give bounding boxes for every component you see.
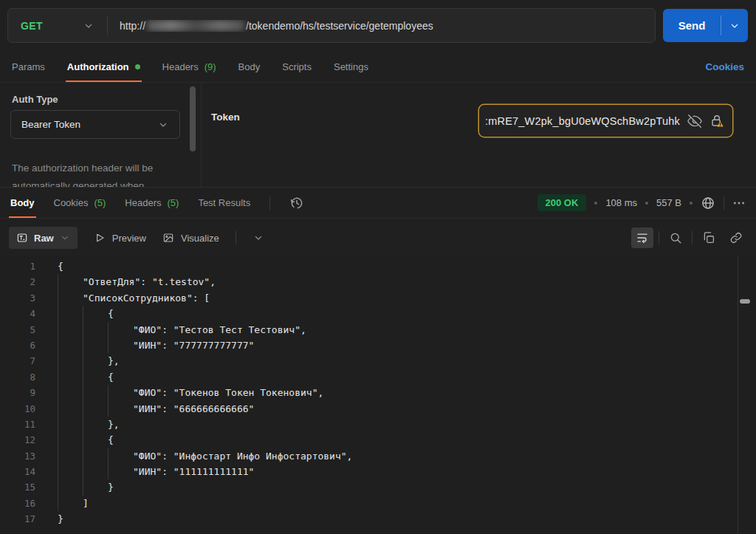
search-icon[interactable] [664, 227, 687, 248]
code-text: "ИИН": "666666666666" [133, 401, 254, 417]
code-text: "ИИН": "111111111111" [133, 464, 254, 479]
line-number: 1 [0, 259, 35, 274]
send-options-button[interactable] [721, 9, 748, 42]
tab-body[interactable]: Body [238, 52, 261, 82]
response-tab-bar: Body Cookies (5) Headers (5) Test Result… [0, 187, 756, 219]
lock-warning-icon[interactable] [709, 113, 725, 129]
chevron-down-icon [83, 20, 94, 32]
code-text: "ОтветДля": "t.testov", [83, 274, 216, 290]
url-path: /tokendemo/hs/testservice/getemployees [246, 20, 433, 32]
code-text: "ФИО": "Инфостарт Инфо Инфостартович", [133, 448, 352, 464]
copy-icon[interactable] [698, 227, 720, 248]
preview-label: Preview [112, 233, 146, 244]
tab-headers[interactable]: Headers (9) [162, 52, 216, 82]
token-label: Token [211, 112, 240, 123]
code-text: ] [83, 496, 89, 511]
line-number: 15 [0, 479, 35, 495]
network-globe-icon[interactable] [701, 196, 715, 210]
meta-divider [724, 196, 724, 210]
method-dropdown[interactable]: GET [8, 9, 107, 42]
auth-panel-divider [201, 83, 202, 187]
url-input[interactable]: http:///tokendemo/hs/testservice/getempl… [108, 20, 655, 32]
code-line: 2"ОтветДля": "t.testov", [0, 274, 756, 290]
authorization-panel: Auth Type Bearer Token The authorization… [0, 83, 756, 187]
code-text: { [58, 259, 63, 274]
send-button[interactable]: Send [663, 9, 721, 42]
code-line: 16] [0, 496, 756, 511]
code-text: { [108, 306, 114, 321]
meta-separator-dot [645, 202, 648, 205]
response-view-toolbar: Raw Preview Visualize [0, 219, 756, 256]
response-tab-test-results[interactable]: Test Results [198, 188, 250, 218]
line-number: 17 [0, 511, 35, 527]
code-line: 14"ИИН": "111111111111" [0, 464, 756, 479]
code-line: 1{ [0, 259, 756, 274]
response-tab-body[interactable]: Body [10, 188, 35, 218]
tab-label: Headers [125, 197, 161, 208]
response-tabs-divider [269, 196, 270, 210]
auth-panel-scrollbar[interactable] [190, 86, 196, 151]
tab-label: Body [10, 197, 35, 208]
tab-params[interactable]: Params [12, 52, 45, 82]
line-number: 8 [0, 369, 35, 385]
image-icon [162, 232, 174, 244]
code-line: 13"ФИО": "Инфостарт Инфо Инфостартович", [0, 448, 756, 464]
tab-settings[interactable]: Settings [334, 52, 368, 82]
preview-button[interactable]: Preview [94, 232, 146, 244]
code-text: { [108, 432, 114, 448]
line-number: 6 [0, 338, 35, 353]
cookies-link[interactable]: Cookies [705, 61, 744, 72]
method-label: GET [21, 20, 43, 32]
line-number: 4 [0, 306, 35, 321]
viewbar-divider [659, 231, 659, 244]
play-triangle-icon [94, 232, 106, 244]
view-mode-dropdown[interactable]: Raw [9, 227, 78, 249]
meta-separator-dot [690, 202, 693, 205]
code-text: "ФИО": "Тестов Тест Тестович", [133, 322, 306, 338]
auth-description-line1: The authorization header will be [12, 160, 189, 177]
view-mode-label: Raw [34, 233, 54, 244]
tab-count: (5) [168, 197, 179, 208]
auth-type-value: Bearer Token [21, 119, 80, 130]
line-number: 14 [0, 464, 35, 479]
wrap-text-button[interactable] [631, 227, 653, 248]
tab-label: Test Results [198, 197, 250, 208]
response-meta: 200 OK 108 ms 557 B [537, 188, 746, 218]
chevron-down-icon [157, 119, 169, 131]
tab-label: Params [12, 61, 45, 72]
code-text: "ИИН": "777777777777" [133, 338, 254, 353]
url-redacted-blur [147, 20, 244, 31]
tab-label: Cookies [54, 197, 89, 208]
code-text: "ФИО": "Токенов Токен Токенович", [133, 385, 323, 400]
code-line: 17} [0, 511, 756, 527]
code-line: 8{ [0, 369, 756, 385]
raw-text-icon [16, 232, 28, 244]
more-options-icon[interactable] [732, 196, 746, 210]
line-number: 12 [0, 432, 35, 448]
token-input[interactable]: :mRE7_W2pk_bgU0eWQSchBw2pTuhk [478, 104, 733, 137]
tab-authorization[interactable]: Authorization [67, 52, 140, 82]
visualize-button[interactable]: Visualize [162, 232, 219, 244]
code-line: 5"ФИО": "Тестов Тест Тестович", [0, 322, 756, 338]
chevron-down-icon [60, 233, 70, 243]
auth-description-line2: automatically generated when [12, 177, 189, 187]
code-line: 9"ФИО": "Токенов Токен Токенович", [0, 385, 756, 400]
code-text: { [108, 369, 114, 385]
eye-off-icon[interactable] [687, 114, 702, 129]
link-icon[interactable] [725, 227, 747, 248]
code-line: 11}, [0, 417, 756, 432]
view-more-chevron[interactable] [252, 232, 264, 244]
code-scrollbar-thumb[interactable] [740, 299, 750, 304]
response-tab-headers[interactable]: Headers (5) [125, 188, 179, 218]
code-text: } [58, 511, 63, 527]
response-tab-cookies[interactable]: Cookies (5) [54, 188, 106, 218]
code-text: "СписокСотрудников": [ [83, 290, 210, 306]
code-text: } [108, 479, 114, 495]
auth-type-select[interactable]: Bearer Token [10, 110, 180, 139]
tab-label: Headers [162, 61, 199, 72]
code-line: 7}, [0, 353, 756, 369]
code-line: 12{ [0, 432, 756, 448]
tab-scripts[interactable]: Scripts [282, 52, 312, 82]
auth-description: The authorization header will be automat… [12, 160, 189, 187]
history-icon[interactable] [289, 196, 304, 210]
